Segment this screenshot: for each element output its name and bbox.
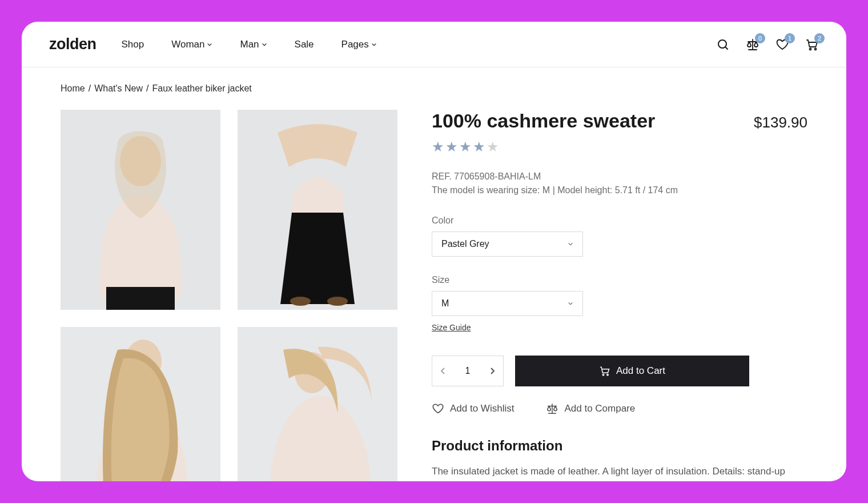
cart-icon (599, 365, 610, 377)
svg-point-1 (810, 48, 811, 50)
star-icon: ★ (432, 139, 445, 154)
nav-sale[interactable]: Sale (295, 39, 314, 50)
quantity-stepper: 1 (432, 356, 504, 386)
product-price: $139.90 (754, 114, 807, 131)
product-image-4[interactable] (238, 327, 397, 481)
breadcrumb-whatsnew[interactable]: What's New (94, 83, 143, 94)
wishlist-badge: 1 (785, 33, 795, 43)
product-info-description: The insulated jacket is made of leather.… (432, 464, 807, 481)
breadcrumb-home[interactable]: Home (61, 83, 85, 94)
heart-icon (432, 402, 444, 415)
nav-shop[interactable]: Shop (122, 39, 144, 50)
scales-icon (546, 402, 558, 415)
nav-man[interactable]: Man (240, 39, 267, 50)
svg-point-8 (290, 297, 311, 306)
compare-button[interactable]: 0 (746, 38, 760, 51)
color-label: Color (432, 215, 807, 226)
product-rating[interactable]: ★★★★★ (432, 139, 807, 155)
svg-point-14 (602, 374, 604, 376)
quantity-decrease[interactable] (440, 367, 446, 375)
topbar: zolden Shop Woman Man Sale Pages (22, 22, 846, 67)
chevron-down-icon (568, 301, 573, 306)
product-image-3[interactable] (61, 327, 220, 481)
product-ref: REF. 77065908-BAHIA-LM (432, 170, 807, 183)
brand-logo[interactable]: zolden (49, 35, 97, 53)
svg-point-15 (607, 374, 609, 376)
nav-pages[interactable]: Pages (341, 39, 377, 50)
cart-badge: 2 (814, 33, 825, 43)
product-details: 100% cashmere sweater $139.90 ★★★★★ REF.… (432, 110, 807, 481)
breadcrumb: Home / What's New / Faux leather biker j… (61, 83, 807, 94)
star-icon: ★ (459, 139, 473, 154)
color-select[interactable]: Pastel Grey (432, 231, 583, 257)
svg-point-9 (327, 297, 348, 306)
product-model-info: The model is wearing size: M | Model hei… (432, 183, 807, 197)
quantity-increase[interactable] (489, 367, 495, 375)
add-compare-button[interactable]: Add to Compare (546, 402, 635, 415)
svg-rect-5 (106, 287, 175, 310)
size-select[interactable]: M (432, 291, 583, 316)
breadcrumb-current: Faux leather biker jacket (152, 83, 251, 94)
product-image-2[interactable] (238, 110, 397, 310)
cart-button[interactable]: 2 (805, 38, 819, 51)
nav-woman[interactable]: Woman (171, 39, 212, 50)
chevron-down-icon (207, 42, 212, 47)
chevron-down-icon (568, 241, 573, 247)
star-icon: ★ (487, 139, 500, 154)
compare-badge: 0 (755, 33, 765, 43)
star-icon: ★ (473, 139, 487, 154)
quantity-value: 1 (465, 366, 471, 376)
add-to-cart-button[interactable]: Add to Cart (515, 356, 749, 386)
search-icon (716, 38, 730, 51)
add-wishlist-button[interactable]: Add to Wishlist (432, 402, 514, 415)
svg-point-2 (815, 48, 817, 50)
wishlist-button[interactable]: 1 (775, 38, 789, 51)
product-image-1[interactable] (61, 110, 220, 310)
size-guide-link[interactable]: Size Guide (432, 323, 471, 332)
search-button[interactable] (716, 38, 730, 51)
product-title: 100% cashmere sweater (432, 110, 655, 132)
size-label: Size (432, 275, 807, 285)
header-actions: 0 1 2 (716, 38, 819, 51)
chevron-down-icon (262, 42, 267, 47)
main-nav: Shop Woman Man Sale Pages (122, 39, 717, 50)
product-info-heading: Product information (432, 438, 807, 454)
product-gallery (61, 110, 397, 481)
chevron-down-icon (371, 42, 377, 47)
star-icon: ★ (445, 139, 459, 154)
